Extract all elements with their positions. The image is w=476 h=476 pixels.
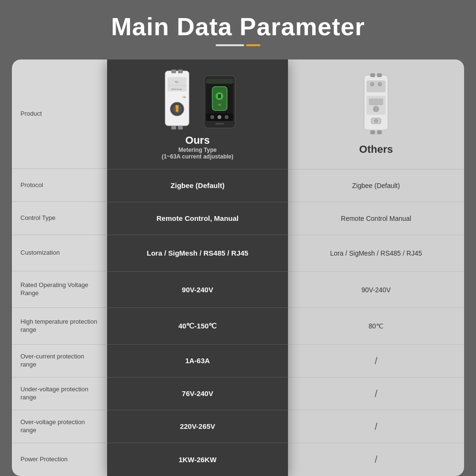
ours-overvoltage: 220V-265V <box>107 410 288 443</box>
ours-overcurrent: 1A-63A <box>107 345 288 377</box>
underline-white <box>216 44 244 46</box>
ours-protocol: Zigbee (Default) <box>107 169 288 202</box>
others-overcurrent: / <box>288 345 464 377</box>
svg-rect-25 <box>370 73 375 77</box>
svg-rect-15 <box>206 79 233 84</box>
others-customization: Lora / SigMesh / RS485 / RJ45 <box>288 235 464 272</box>
others-product-cell: Others <box>288 60 464 169</box>
svg-rect-23 <box>215 123 224 125</box>
page-background: Main Data Parameter Product Protocol Con… <box>0 0 476 476</box>
svg-text:N   L: N L <box>175 80 179 83</box>
label-voltage: Rated Operating Voltage Range <box>12 271 107 308</box>
svg-text:2A: 2A <box>218 103 221 106</box>
svg-point-12 <box>176 109 178 112</box>
others-column: Others Zigbee (Default) Remote Control M… <box>288 60 464 476</box>
ours-undervoltage: 76V-240V <box>107 377 288 410</box>
label-protocol: Protocol <box>12 169 107 202</box>
others-undervoltage: / <box>288 377 464 410</box>
svg-rect-2 <box>178 69 183 73</box>
others-label: Others <box>359 143 393 156</box>
others-protocol: Zigbee (Default) <box>288 169 464 202</box>
label-overvoltage: Over-voltage protection range <box>12 410 107 443</box>
svg-rect-26 <box>377 73 382 77</box>
svg-point-20 <box>210 115 214 119</box>
ours-control-type: Remote Control, Manual <box>107 202 288 235</box>
others-voltage: 90V-240V <box>288 272 464 308</box>
others-high-temp: 80℃ <box>288 308 464 345</box>
ours-product-label: Ours Metering Type (1~63A current adjust… <box>162 134 234 160</box>
label-overcurrent: Over-current protection range <box>12 345 107 377</box>
others-power-protection: / <box>288 443 464 476</box>
comparison-table: Product Protocol Control Type Customizat… <box>12 60 464 476</box>
svg-point-34 <box>373 106 379 112</box>
title-underline <box>0 44 476 46</box>
svg-point-30 <box>370 82 374 86</box>
label-customization: Customization <box>12 235 107 272</box>
svg-rect-1 <box>171 69 176 73</box>
ours-voltage: 90V-240V <box>107 272 288 308</box>
ours-column: N L WIFI-CB-A-L CE <box>107 60 288 476</box>
label-power-protection: Power Protection <box>12 443 107 476</box>
svg-rect-33 <box>369 99 383 105</box>
labels-column: Product Protocol Control Type Customizat… <box>12 60 107 476</box>
label-high-temp: High temperature protection range <box>12 308 107 345</box>
svg-rect-29 <box>367 80 386 92</box>
svg-rect-28 <box>377 130 382 134</box>
svg-point-22 <box>225 115 228 119</box>
svg-rect-27 <box>370 130 375 134</box>
label-control-type: Control Type <box>12 202 107 235</box>
ours-power-protection: 1KW-26KW <box>107 443 288 476</box>
header-section: Main Data Parameter <box>0 0 476 55</box>
label-undervoltage: Under-voltage protection range <box>12 377 107 410</box>
other-device-icon <box>357 73 395 135</box>
ours-product-images: N L WIFI-CB-A-L CE <box>112 69 283 130</box>
others-control-type: Remote Control Manual <box>288 202 464 235</box>
ours-product-cell: N L WIFI-CB-A-L CE <box>107 60 288 169</box>
app-icon: 2A <box>202 73 238 130</box>
label-product: Product <box>12 60 107 169</box>
svg-point-36 <box>374 119 378 123</box>
ours-high-temp: 40℃-150℃ <box>107 308 288 345</box>
svg-point-21 <box>218 115 221 119</box>
svg-text:CE: CE <box>182 96 186 99</box>
svg-rect-4 <box>178 126 183 129</box>
breaker-icon: N L WIFI-CB-A-L CE <box>158 69 196 130</box>
others-overvoltage: / <box>288 410 464 443</box>
main-title: Main Data Parameter <box>0 13 476 40</box>
svg-text:WIFI-CB-A-L: WIFI-CB-A-L <box>171 88 183 90</box>
ours-customization: Lora / SigMesh / RS485 / RJ45 <box>107 235 288 272</box>
underline-orange <box>246 44 260 46</box>
svg-rect-3 <box>171 126 176 129</box>
svg-point-31 <box>378 82 382 86</box>
